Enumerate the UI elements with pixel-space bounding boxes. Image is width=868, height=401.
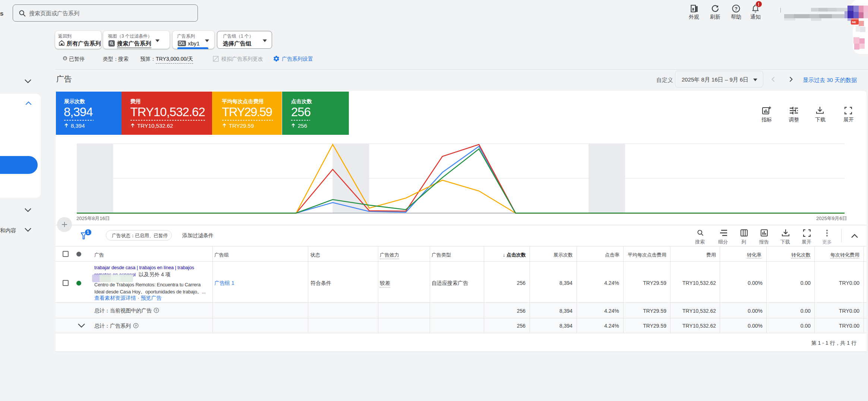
svg-text:?: ?	[155, 309, 157, 312]
svg-text:?: ?	[735, 6, 738, 12]
svg-text:?: ?	[135, 324, 137, 328]
